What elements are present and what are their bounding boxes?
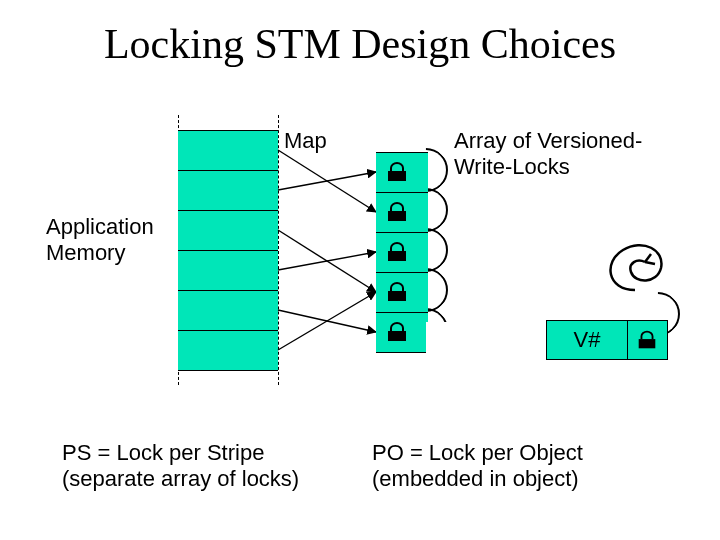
label-map: Map	[284, 128, 327, 154]
caption-ps-line1: PS = Lock per Stripe	[62, 440, 264, 465]
memory-cell	[178, 251, 278, 291]
memory-cell	[178, 171, 278, 211]
slide-title: Locking STM Design Choices	[0, 20, 720, 68]
svg-line-4	[278, 310, 376, 332]
memory-cell	[178, 211, 278, 251]
label-lock-array: Array of Versioned- Write-Locks	[454, 128, 642, 181]
padlock-icon	[384, 241, 410, 263]
label-lock-array-line2: Write-Locks	[454, 154, 570, 179]
svg-line-0	[278, 150, 376, 212]
lock-cell	[376, 233, 428, 273]
svg-line-5	[278, 292, 376, 350]
memory-cell	[178, 131, 278, 171]
lock-cell	[376, 153, 428, 193]
object-lock-box: V#	[546, 320, 668, 360]
lock-array-column	[376, 152, 428, 353]
version-number-label: V#	[547, 321, 627, 359]
padlock-icon	[384, 161, 410, 183]
label-application-memory: Application Memory	[46, 214, 154, 267]
dash-right	[278, 115, 279, 385]
padlock-icon	[384, 201, 410, 223]
label-application: Application	[46, 214, 154, 239]
padlock-icon	[384, 281, 410, 303]
lock-cell	[376, 273, 428, 313]
memory-cell	[178, 331, 278, 371]
svg-line-2	[278, 230, 376, 292]
caption-po-line1: PO = Lock per Object	[372, 440, 583, 465]
memory-cell	[178, 291, 278, 331]
svg-line-1	[278, 172, 376, 190]
spiral-arrow-icon	[595, 232, 675, 300]
memory-column	[178, 130, 278, 371]
white-overlay	[426, 322, 546, 366]
caption-po: PO = Lock per Object (embedded in object…	[372, 440, 583, 493]
lock-cell	[376, 193, 428, 233]
object-lock-divider	[627, 321, 628, 359]
label-memory: Memory	[46, 240, 125, 265]
caption-ps: PS = Lock per Stripe (separate array of …	[62, 440, 299, 493]
padlock-icon	[384, 321, 410, 343]
caption-po-line2: (embedded in object)	[372, 466, 579, 491]
svg-line-3	[278, 252, 376, 270]
caption-ps-line2: (separate array of locks)	[62, 466, 299, 491]
lock-cell	[376, 313, 428, 353]
padlock-icon	[635, 329, 659, 351]
label-lock-array-line1: Array of Versioned-	[454, 128, 642, 153]
